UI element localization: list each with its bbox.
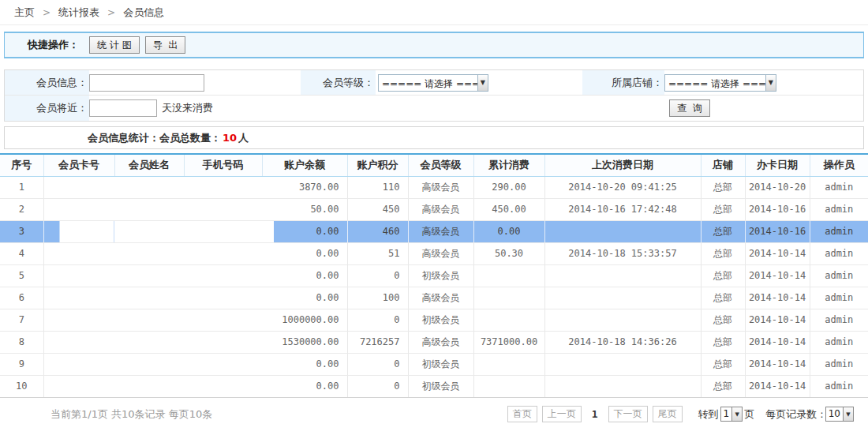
- store-select[interactable]: ===== 请选择 ===== ▼: [664, 74, 776, 92]
- next-page-button[interactable]: 下一页: [608, 406, 648, 422]
- cell-points: 0: [347, 375, 408, 397]
- cell-seq: 8: [0, 331, 43, 353]
- member-count-unit: 人: [238, 132, 249, 144]
- member-level-label: 会员等级：: [301, 70, 376, 96]
- cell-card: [43, 287, 114, 309]
- breadcrumb-reports[interactable]: 统计报表: [58, 6, 99, 20]
- cell-balance: 0.00: [262, 375, 347, 397]
- breadcrumb: 主页 > 统计报表 > 会员信息: [0, 0, 868, 25]
- goto-page-select[interactable]: 1 ▼: [720, 407, 743, 422]
- quick-actions-bar: 快捷操作： 统 计 图 导 出: [4, 32, 864, 58]
- search-button[interactable]: 查 询: [669, 99, 710, 117]
- prev-page-button[interactable]: 上一页: [542, 406, 582, 422]
- column-header-operator: 操作员: [810, 154, 868, 176]
- cell-total: [473, 375, 544, 397]
- cell-balance: 0.00: [262, 220, 347, 242]
- cell-total: 50.30: [473, 242, 544, 264]
- cell-seq: 7: [0, 309, 43, 331]
- cell-level: 高级会员: [408, 220, 473, 242]
- page-size-select[interactable]: 10 ▼: [825, 407, 854, 422]
- column-header-card: 会员卡号: [43, 154, 114, 176]
- cell-name: [114, 331, 184, 353]
- page-size-label: 每页记录数 :: [765, 407, 824, 422]
- cell-name: [114, 242, 184, 264]
- goto-page-select-value: 1: [721, 407, 732, 421]
- cell-store: 总部: [701, 198, 745, 220]
- cell-total: 7371000.00: [473, 331, 544, 353]
- column-header-total: 累计消费: [473, 154, 544, 176]
- cell-level: 初级会员: [408, 375, 473, 397]
- page-summary: 当前第1/1页 共10条记录 每页10条: [51, 407, 212, 422]
- cell-store: 总部: [701, 287, 745, 309]
- column-header-store: 店铺: [701, 154, 745, 176]
- cell-operator: admin: [810, 375, 868, 397]
- cell-card: [43, 176, 114, 198]
- cell-balance: 1530000.00: [262, 331, 347, 353]
- cell-points: 0: [347, 264, 408, 287]
- breadcrumb-separator: >: [43, 7, 51, 18]
- first-page-button[interactable]: 首页: [507, 406, 537, 422]
- table-row[interactable]: 30.00460高级会员0.00总部2014-10-16admin: [0, 220, 868, 242]
- cell-operator: admin: [810, 309, 868, 331]
- goto-page-suffix: 页: [744, 407, 754, 422]
- cell-seq: 3: [0, 220, 43, 242]
- cell-total: 450.00: [473, 198, 544, 220]
- statistics-chart-button[interactable]: 统 计 图: [89, 36, 140, 54]
- cell-phone: [184, 198, 262, 220]
- table-row[interactable]: 60.00100高级会员总部2014-10-14admin: [0, 287, 868, 309]
- cell-name: [114, 220, 184, 242]
- cell-points: 51: [347, 242, 408, 264]
- table-row[interactable]: 250.00450高级会员450.002014-10-16 17:42:48总部…: [0, 198, 868, 220]
- table-row[interactable]: 81530000.007216257高级会员7371000.002014-10-…: [0, 331, 868, 353]
- export-button[interactable]: 导 出: [145, 36, 186, 54]
- cell-balance: 3870.00: [262, 176, 347, 198]
- cell-last: [544, 353, 701, 375]
- cell-operator: admin: [810, 242, 868, 264]
- table-row[interactable]: 50.000初级会员总部2014-10-14admin: [0, 264, 868, 287]
- cell-card_date: 2014-10-14: [745, 331, 810, 353]
- cell-seq: 4: [0, 242, 43, 264]
- cell-card_date: 2014-10-14: [745, 353, 810, 375]
- member-info-input[interactable]: [89, 74, 204, 92]
- cell-store: 总部: [701, 331, 745, 353]
- column-header-name: 会员姓名: [114, 154, 184, 176]
- goto-page-label: 转到: [698, 407, 719, 422]
- cell-card_date: 2014-10-14: [745, 242, 810, 264]
- cell-points: 0: [347, 353, 408, 375]
- cell-store: 总部: [701, 309, 745, 331]
- column-header-card_date: 办卡日期: [745, 154, 810, 176]
- days-since-suffix: 天没来消费: [162, 101, 213, 115]
- table-row[interactable]: 13870.00110高级会员290.002014-10-20 09:41:25…: [0, 176, 868, 198]
- cell-points: 0: [347, 309, 408, 331]
- chevron-down-icon: ▼: [731, 407, 742, 421]
- cell-last: [544, 220, 701, 242]
- filter-panel: 会员信息： 会员等级： ===== 请选择 ===== ▼ 所属店铺： ====…: [4, 69, 864, 122]
- column-header-balance: 账户余额: [262, 154, 347, 176]
- cell-card: [43, 309, 114, 331]
- cell-seq: 5: [0, 264, 43, 287]
- cell-store: 总部: [701, 353, 745, 375]
- cell-phone: [184, 264, 262, 287]
- cell-points: 110: [347, 176, 408, 198]
- quick-actions-label: 快捷操作：: [28, 38, 79, 52]
- member-stats-bar: 会员信息统计：会员总数量：10人: [4, 126, 864, 149]
- table-row[interactable]: 40.0051高级会员50.302014-10-18 15:33:57总部201…: [0, 242, 868, 264]
- cell-seq: 2: [0, 198, 43, 220]
- member-level-select[interactable]: ===== 请选择 ===== ▼: [378, 74, 488, 92]
- cell-card: [43, 198, 114, 220]
- table-row[interactable]: 100.000初级会员总部2014-10-14admin: [0, 375, 868, 397]
- cell-points: 460: [347, 220, 408, 242]
- days-since-label: 会员将近：: [5, 96, 89, 121]
- cell-store: 总部: [701, 220, 745, 242]
- cell-phone: [184, 242, 262, 264]
- days-since-input[interactable]: [89, 99, 157, 117]
- member-total-count: 10: [221, 132, 238, 144]
- cell-balance: 0.00: [262, 242, 347, 264]
- cell-total: [473, 309, 544, 331]
- cell-name: [114, 264, 184, 287]
- column-header-level: 会员等级: [408, 154, 473, 176]
- last-page-button[interactable]: 尾页: [653, 406, 683, 422]
- table-row[interactable]: 90.000初级会员总部2014-10-14admin: [0, 353, 868, 375]
- breadcrumb-home[interactable]: 主页: [14, 6, 35, 20]
- table-row[interactable]: 71000000.000初级会员总部2014-10-14admin: [0, 309, 868, 331]
